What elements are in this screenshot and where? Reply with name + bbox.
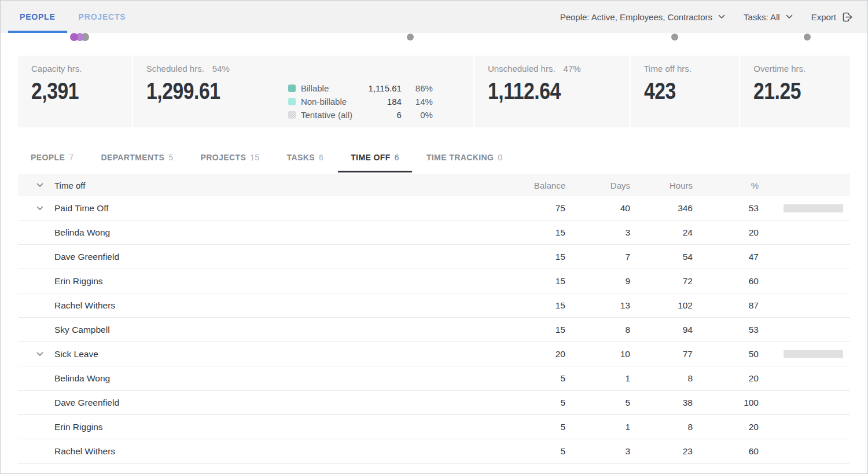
people-filter-dropdown[interactable]: People: Active, Employees, Contractors (560, 12, 725, 22)
row-percent: 60 (693, 276, 759, 286)
timeline-marker-strip (1, 33, 867, 56)
group-chevron-icon[interactable] (36, 206, 46, 211)
row-percent: 100 (693, 398, 759, 408)
legend-row-tentative: Tentative (all) 6 0% (288, 108, 433, 122)
people-filter-label: People: Active, Employees, Contractors (560, 12, 712, 22)
row-hours: 102 (630, 300, 693, 311)
col-header-days[interactable]: Days (565, 181, 630, 190)
table-row-person[interactable]: Dave Greenfield 15 7 54 47 (18, 245, 850, 269)
row-hours: 94 (630, 325, 693, 335)
row-hours: 38 (630, 398, 693, 408)
table-row-person[interactable]: Erin Riggins 5 1 8 20 (18, 415, 850, 439)
row-percent: 53 (693, 203, 759, 214)
tab-count: 6 (319, 153, 323, 162)
row-hours: 72 (630, 276, 693, 286)
scheduled-percent: 54% (212, 64, 230, 74)
legend-row-nonbillable: Non-billable 184 14% (288, 95, 433, 108)
row-bar-cell (759, 204, 843, 212)
tab-report-timetracking[interactable]: TIME TRACKING0 (414, 142, 516, 172)
col-header-balance[interactable]: Balance (502, 181, 565, 190)
billable-label: Billable (301, 83, 354, 93)
billable-value: 1,115.61 (354, 83, 402, 93)
table-row-person[interactable]: Erin Riggins 15 9 72 60 (18, 269, 850, 293)
row-name: Paid Time Off (54, 203, 502, 214)
table-row-group[interactable]: Sick Leave 20 10 77 50 (18, 342, 850, 366)
row-name: Belinda Wong (54, 227, 502, 238)
timeline-marker-purple[interactable] (70, 33, 78, 41)
row-days: 8 (565, 325, 630, 335)
table-row-person[interactable]: Belinda Wong 15 3 24 20 (18, 221, 850, 245)
table-row-person[interactable]: Dave Greenfield 5 5 38 100 (18, 391, 850, 415)
group-chevron-icon[interactable] (36, 352, 46, 357)
table-row-group[interactable]: Paid Time Off 75 40 346 53 (18, 196, 850, 221)
unscheduled-percent: 47% (564, 64, 581, 74)
row-percent: 47 (693, 252, 759, 262)
timeoff-card: Time off hrs. 423 (630, 56, 740, 127)
top-bar: PEOPLE PROJECTS People: Active, Employee… (1, 1, 867, 33)
row-percent: 20 (693, 227, 759, 238)
tab-people[interactable]: PEOPLE (8, 1, 67, 33)
row-bar-cell (759, 350, 843, 358)
tab-count: 0 (498, 153, 502, 162)
tab-projects[interactable]: PROJECTS (67, 1, 138, 33)
billable-swatch-icon (288, 84, 296, 92)
progress-bar (784, 204, 843, 212)
timeoff-table: Time off Balance Days Hours % Paid Time … (18, 174, 850, 464)
tab-count: 15 (250, 153, 259, 162)
tab-report-people[interactable]: PEOPLE7 (18, 142, 86, 172)
col-header-hours[interactable]: Hours (630, 181, 693, 190)
table-row-person[interactable]: Rachel Withers 5 3 23 60 (18, 439, 850, 464)
tab-report-projects[interactable]: PROJECTS15 (188, 142, 273, 172)
tentative-percent: 0% (402, 110, 433, 120)
table-row-person[interactable]: Sky Campbell 15 8 94 53 (18, 318, 850, 342)
row-name: Dave Greenfield (54, 398, 502, 408)
chevron-down-icon (718, 14, 725, 19)
scheduled-value: 1,299.61 (146, 78, 220, 105)
timeline-marker-gray[interactable] (671, 34, 678, 41)
row-balance: 5 (502, 446, 565, 457)
tab-count: 6 (395, 153, 399, 162)
tab-label: PROJECTS (201, 153, 247, 162)
tab-report-tasks[interactable]: TASKS6 (274, 142, 337, 172)
table-row-person[interactable]: Belinda Wong 5 1 8 20 (18, 366, 850, 391)
row-percent: 20 (693, 422, 759, 432)
row-balance: 15 (502, 300, 565, 311)
row-days: 3 (565, 446, 630, 457)
nonbillable-swatch-icon (288, 98, 296, 105)
export-button[interactable]: Export (811, 12, 854, 23)
row-hours: 24 (630, 227, 693, 238)
tasks-filter-dropdown[interactable]: Tasks: All (744, 12, 793, 22)
timeoff-label: Time off hrs. (644, 64, 692, 74)
tentative-swatch-icon (288, 111, 296, 119)
row-days: 3 (565, 227, 630, 238)
timeline-marker-gray[interactable] (407, 34, 414, 41)
row-percent: 50 (693, 349, 759, 359)
row-name: Sky Campbell (54, 325, 502, 335)
capacity-label: Capacity hrs. (31, 64, 82, 74)
tab-report-departments[interactable]: DEPARTMENTS5 (88, 142, 186, 172)
row-name: Erin Riggins (54, 276, 502, 286)
row-name: Rachel Withers (54, 300, 502, 311)
capacity-value: 2,391 (31, 78, 113, 105)
timeline-marker-gray[interactable] (804, 34, 811, 41)
col-header-percent[interactable]: % (693, 181, 759, 190)
scheduled-value-block: Scheduled hrs. 54% 1,299.61 (146, 64, 237, 127)
row-hours: 8 (630, 373, 693, 384)
row-days: 1 (565, 373, 630, 384)
report-page: PEOPLE PROJECTS People: Active, Employee… (0, 0, 868, 474)
view-switcher: PEOPLE PROJECTS (1, 1, 137, 33)
row-days: 9 (565, 276, 630, 286)
row-hours: 23 (630, 446, 693, 457)
row-balance: 75 (502, 203, 565, 214)
tab-report-timeoff[interactable]: TIME OFF6 (338, 142, 412, 172)
tab-label: TIME OFF (351, 153, 391, 162)
nonbillable-percent: 14% (402, 97, 433, 106)
collapse-all-chevron-icon[interactable] (36, 183, 46, 188)
top-bar-actions: People: Active, Employees, Contractors T… (560, 1, 867, 33)
unscheduled-value: 1,112.64 (488, 78, 604, 105)
row-hours: 54 (630, 252, 693, 262)
table-row-person[interactable]: Rachel Withers 15 13 102 87 (18, 293, 850, 318)
row-balance: 15 (502, 276, 565, 286)
tab-label: TASKS (287, 153, 315, 162)
tentative-value: 6 (354, 110, 402, 120)
